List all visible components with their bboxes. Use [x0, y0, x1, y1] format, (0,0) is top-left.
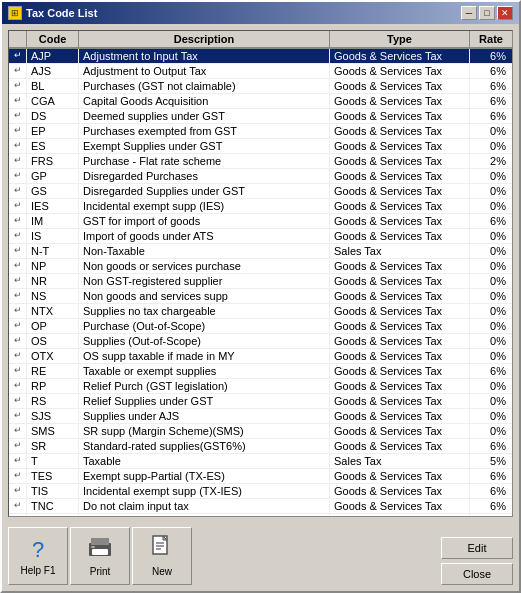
table-row[interactable]: ↵RETaxable or exempt suppliesGoods & Ser…	[9, 364, 512, 379]
title-bar: ⊞ Tax Code List ─ □ ✕	[2, 2, 519, 24]
minimize-button[interactable]: ─	[461, 6, 477, 20]
table-row[interactable]: ↵TXPurchases with GST at 6%Goods & Servi…	[9, 514, 512, 516]
table-row[interactable]: ↵IESIncidental exempt supp (IES)Goods & …	[9, 199, 512, 214]
table-row[interactable]: ↵OPPurchase (Out-of-Scope)Goods & Servic…	[9, 319, 512, 334]
table-row[interactable]: ↵CGACapital Goods AcquisitionGoods & Ser…	[9, 94, 512, 109]
svg-rect-3	[91, 546, 95, 548]
table-body[interactable]: ↵AJPAdjustment to Input TaxGoods & Servi…	[9, 49, 512, 516]
help-icon: ?	[32, 537, 44, 563]
toolbar: ? Help F1 Print	[8, 527, 192, 585]
table-row[interactable]: ↵NTXSupplies no tax chargeableGoods & Se…	[9, 304, 512, 319]
col-code: Code	[27, 31, 79, 48]
title-bar-left: ⊞ Tax Code List	[8, 6, 97, 20]
table-row[interactable]: ↵NSNon goods and services suppGoods & Se…	[9, 289, 512, 304]
window-icon: ⊞	[8, 6, 22, 20]
maximize-button[interactable]: □	[479, 6, 495, 20]
main-window: ⊞ Tax Code List ─ □ ✕ Code Description T…	[0, 0, 521, 593]
tax-code-table: Code Description Type Rate ↵AJPAdjustmen…	[8, 30, 513, 517]
title-buttons: ─ □ ✕	[461, 6, 513, 20]
table-row[interactable]: ↵OTXOS supp taxable if made in MYGoods &…	[9, 349, 512, 364]
edit-button[interactable]: Edit	[441, 537, 513, 559]
table-row[interactable]: ↵OSSupplies (Out-of-Scope)Goods & Servic…	[9, 334, 512, 349]
close-button[interactable]: Close	[441, 563, 513, 585]
window-title: Tax Code List	[26, 7, 97, 19]
new-label: New	[152, 566, 172, 577]
table-row[interactable]: ↵NRNon GST-registered supplierGoods & Se…	[9, 274, 512, 289]
table-row[interactable]: ↵ISImport of goods under ATSGoods & Serv…	[9, 229, 512, 244]
table-row[interactable]: ↵NPNon goods or services purchaseGoods &…	[9, 259, 512, 274]
col-rate: Rate	[470, 31, 512, 48]
table-header: Code Description Type Rate	[9, 31, 512, 49]
table-row[interactable]: ↵SRStandard-rated supplies(GST6%)Goods &…	[9, 439, 512, 454]
col-type: Type	[330, 31, 470, 48]
help-button[interactable]: ? Help F1	[8, 527, 68, 585]
bottom-bar: ? Help F1 Print	[8, 521, 513, 585]
table-row[interactable]: ↵SJSSupplies under AJSGoods & Services T…	[9, 409, 512, 424]
table-row[interactable]: ↵AJSAdjustment to Output TaxGoods & Serv…	[9, 64, 512, 79]
table-row[interactable]: ↵BLPurchases (GST not claimable)Goods & …	[9, 79, 512, 94]
table-row[interactable]: ↵GSDisregarded Supplies under GSTGoods &…	[9, 184, 512, 199]
svg-rect-2	[92, 549, 108, 555]
table-row[interactable]: ↵TISIncidental exempt supp (TX-IES)Goods…	[9, 484, 512, 499]
help-label: Help F1	[20, 565, 55, 576]
table-row[interactable]: ↵SMSSR supp (Margin Scheme)(SMS)Goods & …	[9, 424, 512, 439]
table-row[interactable]: ↵IMGST for import of goodsGoods & Servic…	[9, 214, 512, 229]
col-description: Description	[79, 31, 330, 48]
table-row[interactable]: ↵EPPurchases exempted from GSTGoods & Se…	[9, 124, 512, 139]
table-row[interactable]: ↵ESExempt Supplies under GSTGoods & Serv…	[9, 139, 512, 154]
table-row[interactable]: ↵DSDeemed supplies under GSTGoods & Serv…	[9, 109, 512, 124]
table-row[interactable]: ↵RPRelief Purch (GST legislation)Goods &…	[9, 379, 512, 394]
table-row[interactable]: ↵FRSPurchase - Flat rate schemeGoods & S…	[9, 154, 512, 169]
svg-rect-1	[91, 538, 109, 545]
table-row[interactable]: ↵AJPAdjustment to Input TaxGoods & Servi…	[9, 49, 512, 64]
print-label: Print	[90, 566, 111, 577]
table-row[interactable]: ↵TTaxableSales Tax5%	[9, 454, 512, 469]
table-row[interactable]: ↵N-TNon-TaxableSales Tax0%	[9, 244, 512, 259]
print-button[interactable]: Print	[70, 527, 130, 585]
table-row[interactable]: ↵TESExempt supp-Partial (TX-ES)Goods & S…	[9, 469, 512, 484]
table-row[interactable]: ↵GPDisregarded PurchasesGoods & Services…	[9, 169, 512, 184]
new-icon	[150, 535, 174, 564]
window-content: Code Description Type Rate ↵AJPAdjustmen…	[2, 24, 519, 591]
col-arrow	[9, 31, 27, 48]
side-buttons: Edit Close	[441, 537, 513, 585]
new-button[interactable]: New	[132, 527, 192, 585]
print-icon	[86, 535, 114, 564]
table-row[interactable]: ↵TNCDo not claim input taxGoods & Servic…	[9, 499, 512, 514]
table-row[interactable]: ↵RSRelief Supplies under GSTGoods & Serv…	[9, 394, 512, 409]
close-window-button[interactable]: ✕	[497, 6, 513, 20]
